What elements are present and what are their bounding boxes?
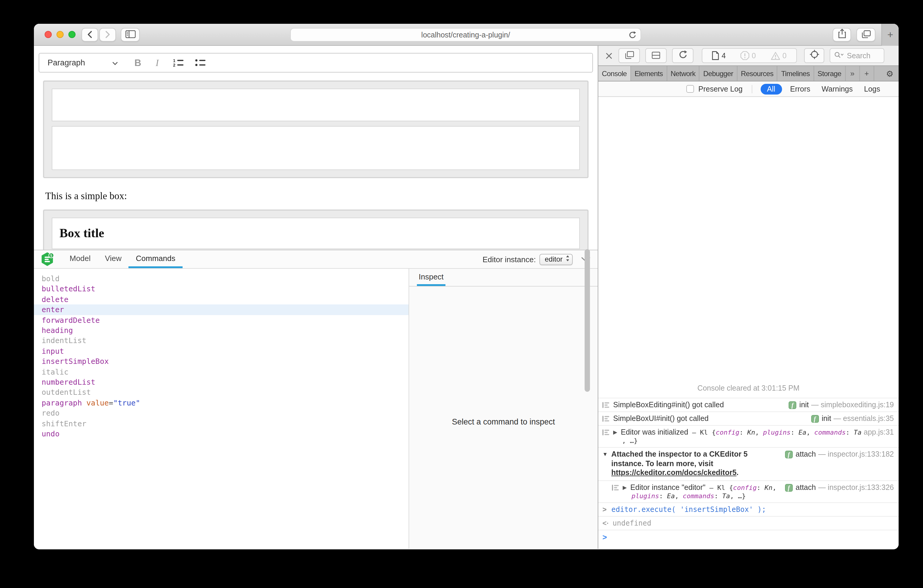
disclosure-triangle-icon[interactable]: ▶: [613, 429, 618, 435]
source-location: — inspector.js:133:182: [818, 450, 894, 458]
back-button[interactable]: [82, 28, 98, 42]
close-devtools-button[interactable]: [605, 52, 613, 59]
filter-button-errors[interactable]: Errors: [790, 85, 810, 93]
object-token: :: [757, 484, 765, 492]
close-window-button[interactable]: [44, 31, 52, 38]
devtools-tab-resources[interactable]: Resources: [737, 66, 778, 81]
object-token: :: [846, 429, 854, 436]
reload-icon[interactable]: [629, 31, 636, 41]
editor-instance-select[interactable]: editor: [539, 254, 573, 265]
command-name: redo: [42, 409, 59, 418]
warning-count: 0: [770, 51, 787, 60]
command-row-numberedList[interactable]: numberedList: [34, 377, 409, 388]
command-row-italic[interactable]: italic: [34, 366, 409, 377]
minimize-window-button[interactable]: [56, 31, 64, 38]
console-input-text[interactable]: editor.execute( 'insertSimpleBox' );: [611, 505, 894, 514]
command-row-shiftEnter[interactable]: shiftEnter: [34, 418, 409, 429]
bulleted-list-button[interactable]: [195, 58, 206, 67]
filter-button-warnings[interactable]: Warnings: [821, 85, 853, 93]
command-row-enter[interactable]: enter: [34, 304, 409, 315]
svg-text:2: 2: [173, 63, 176, 67]
command-attr-value: "true": [113, 398, 140, 407]
command-row-heading[interactable]: heading: [34, 325, 409, 336]
command-row-bulletedList[interactable]: bulletedList: [34, 284, 409, 294]
bold-button[interactable]: B: [135, 57, 141, 68]
share-button[interactable]: [833, 28, 851, 42]
command-row-input[interactable]: input: [34, 346, 409, 356]
object-token: :: [659, 492, 667, 500]
new-tab-button-devtools[interactable]: +: [860, 66, 874, 81]
detach-devtools-button[interactable]: [619, 48, 640, 63]
reload-icon: [678, 50, 687, 62]
log-icon: [612, 485, 619, 491]
dock-side-button[interactable]: [645, 48, 667, 63]
italic-button[interactable]: I: [156, 57, 159, 68]
editor-paragraph[interactable]: This is a simple box:: [45, 190, 598, 202]
command-name: italic: [42, 367, 68, 376]
ckeditor-docs-link[interactable]: https://ckeditor.com/docs/ckeditor5: [611, 469, 737, 477]
devtools-tab-timelines[interactable]: Timelines: [778, 66, 814, 81]
crosshair-icon: [809, 49, 819, 62]
object-key: plugins: [632, 492, 659, 500]
chevron-down-icon: [112, 58, 118, 67]
tab-overflow-button[interactable]: »: [846, 66, 860, 81]
search-field[interactable]: Search: [829, 48, 884, 63]
devtools-tab-debugger[interactable]: Debugger: [700, 66, 737, 81]
inspect-tab[interactable]: Inspect: [417, 269, 445, 286]
inspector-tab-commands[interactable]: Commands: [129, 250, 182, 268]
inspector-tab-view[interactable]: View: [98, 250, 129, 268]
disclosure-triangle-open-icon[interactable]: ▼: [603, 451, 608, 457]
function-badge-icon: f: [785, 450, 793, 458]
disclosure-triangle-icon[interactable]: ▶: [622, 485, 627, 491]
page-scrollbar-thumb[interactable]: [585, 249, 590, 392]
simple-box-title-field-2[interactable]: Box title: [52, 218, 580, 249]
simple-box-widget[interactable]: [43, 81, 588, 178]
settings-gear-icon[interactable]: ⚙: [880, 66, 898, 81]
screen: localhost/creating-a-plugin/ + Paragraph: [0, 0, 923, 588]
document-icon: [712, 51, 719, 60]
filter-button-logs[interactable]: Logs: [864, 85, 880, 93]
resource-status-group[interactable]: 4 0 0: [702, 48, 797, 63]
console-message: >editor.execute( 'insertSimpleBox' );: [598, 503, 898, 516]
command-row-insertSimpleBox[interactable]: insertSimpleBox: [34, 356, 409, 367]
command-row-indentList[interactable]: indentList: [34, 336, 409, 346]
console-empty-space: [598, 97, 898, 382]
url-text: localhost/creating-a-plugin/: [421, 31, 510, 39]
error-octagon-icon: [741, 51, 749, 60]
command-row-redo[interactable]: redo: [34, 408, 409, 419]
element-picker-button[interactable]: [804, 48, 824, 63]
forward-button[interactable]: [99, 28, 116, 42]
simple-box-title-field[interactable]: [52, 89, 580, 121]
inspector-tab-model[interactable]: Model: [62, 250, 98, 268]
tab-overview-button[interactable]: [856, 28, 875, 42]
devtools-tab-console[interactable]: Console: [598, 66, 631, 81]
object-key: config: [716, 429, 739, 436]
devtools-tab-network[interactable]: Network: [667, 66, 700, 81]
heading-dropdown[interactable]: Paragraph: [39, 58, 118, 67]
devtools-tab-storage[interactable]: Storage: [814, 66, 846, 81]
object-token: ,: [755, 429, 763, 436]
command-row-paragraph[interactable]: paragraph value="true": [34, 398, 409, 408]
reload-page-button[interactable]: [672, 48, 693, 63]
warning-triangle-icon: [770, 51, 780, 60]
zoom-window-button[interactable]: [68, 31, 76, 38]
console-message: SimpleBoxEditing#init() got calledfinit—…: [598, 398, 898, 411]
command-row-delete[interactable]: delete: [34, 294, 409, 305]
devtools-tab-elements[interactable]: Elements: [631, 66, 667, 81]
simple-box-description-field[interactable]: [52, 126, 580, 170]
numbered-list-button[interactable]: 12: [173, 58, 184, 67]
command-row-undo[interactable]: undo: [34, 429, 409, 439]
filter-button-all[interactable]: All: [760, 84, 782, 94]
new-tab-button[interactable]: +: [881, 24, 898, 46]
source-location: — inspector.js:133:326: [818, 483, 894, 492]
preserve-log-checkbox[interactable]: [687, 85, 694, 93]
command-row-outdentList[interactable]: outdentList: [34, 388, 409, 398]
sidebar-button[interactable]: [121, 28, 140, 42]
object-token: ,: [675, 492, 683, 500]
url-bar[interactable]: localhost/creating-a-plugin/: [290, 28, 641, 42]
message-source: finit— simpleboxediting.js:19: [788, 401, 894, 409]
command-row-bold[interactable]: bold: [34, 273, 409, 284]
message-source: fattach— inspector.js:133:326: [785, 483, 894, 492]
command-row-forwardDelete[interactable]: forwardDelete: [34, 315, 409, 325]
console-cleared-message: Console cleared at 3:01:15 PM: [598, 382, 898, 398]
